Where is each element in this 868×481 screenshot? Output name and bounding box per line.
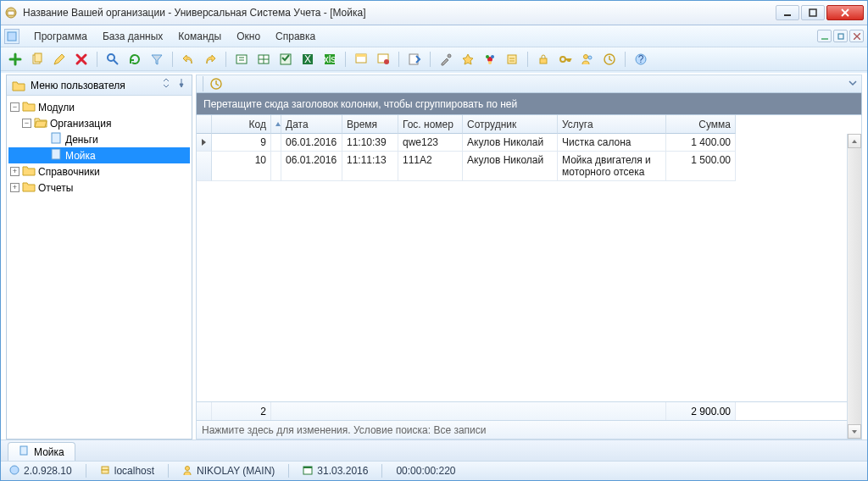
copy-icon[interactable]: [28, 50, 47, 69]
menubar: Программа База данных Команды Окно Справ…: [1, 25, 867, 47]
main-pane: Перетащите сюда заголовок колонки, чтобы…: [196, 75, 862, 440]
menu-commands[interactable]: Команды: [170, 28, 229, 45]
scroll-down-icon[interactable]: [848, 424, 861, 439]
export-1-icon[interactable]: [232, 50, 251, 69]
history-icon[interactable]: [600, 50, 619, 69]
cell-code[interactable]: 10: [212, 152, 271, 181]
col-plate[interactable]: Гос. номер: [398, 115, 463, 134]
toolbar: X xls ?: [1, 47, 867, 71]
users-icon[interactable]: [578, 50, 597, 69]
tools-3-icon[interactable]: [481, 50, 499, 69]
add-icon[interactable]: [6, 50, 25, 69]
maximize-button[interactable]: [801, 5, 825, 20]
mdi-restore-button[interactable]: [833, 30, 848, 42]
mdi-close-button[interactable]: [849, 30, 864, 42]
svg-point-35: [584, 54, 588, 58]
menu-program[interactable]: Программа: [26, 28, 95, 45]
window-2-icon[interactable]: [374, 50, 392, 69]
window-1-icon[interactable]: [352, 50, 370, 69]
tree-item-reports[interactable]: + Отчеты: [8, 180, 190, 196]
col-sum[interactable]: Сумма: [666, 115, 736, 134]
tree-item-modules[interactable]: − Модули: [8, 99, 190, 115]
scroll-up-icon[interactable]: [848, 134, 861, 148]
refresh-icon[interactable]: [125, 50, 144, 69]
app-menu-icon[interactable]: [4, 29, 19, 44]
col-date[interactable]: Дата: [281, 115, 342, 134]
sidebar: Меню пользователя − Модули − Организация: [6, 75, 192, 440]
cell-date[interactable]: 06.01.2016: [281, 152, 342, 181]
cell-service[interactable]: Чистка салона: [558, 134, 666, 152]
filter-icon[interactable]: [147, 50, 166, 69]
menu-window[interactable]: Окно: [229, 28, 268, 45]
cell-time[interactable]: 11:10:39: [342, 134, 398, 152]
group-by-box[interactable]: Перетащите сюда заголовок колонки, чтобы…: [196, 93, 862, 115]
tree-label: Модули: [38, 102, 75, 113]
edit-icon[interactable]: [50, 50, 69, 69]
help-icon[interactable]: ?: [632, 50, 650, 69]
svg-point-27: [448, 54, 451, 58]
delete-icon[interactable]: [72, 50, 91, 69]
clock-icon[interactable]: [209, 77, 223, 91]
menu-help[interactable]: Справка: [268, 28, 323, 45]
tab-wash[interactable]: Мойка: [8, 442, 75, 461]
sidebar-nav-icon[interactable]: [161, 78, 171, 88]
svg-rect-41: [52, 149, 60, 159]
menu-database[interactable]: База данных: [95, 28, 170, 45]
grid-toolbar: [196, 75, 862, 93]
export-excel-2-icon[interactable]: xls: [320, 50, 339, 69]
col-employee[interactable]: Сотрудник: [463, 115, 558, 134]
export-3-icon[interactable]: [276, 50, 295, 69]
search-icon[interactable]: [103, 50, 122, 69]
cell-plate[interactable]: qwe123: [398, 134, 463, 152]
tools-1-icon[interactable]: [437, 50, 455, 69]
cell-service[interactable]: Мойка двигателя и моторного отсека: [558, 152, 666, 181]
cell-spacer: [271, 152, 281, 181]
minimize-button[interactable]: [776, 5, 799, 20]
cell-plate[interactable]: 111A2: [398, 152, 463, 181]
col-time[interactable]: Время: [342, 115, 398, 134]
tools-4-icon[interactable]: [503, 50, 521, 69]
svg-point-47: [186, 466, 190, 470]
row-indicator[interactable]: [197, 134, 212, 152]
key-icon[interactable]: [556, 50, 575, 69]
cell-employee[interactable]: Акулов Николай: [463, 134, 558, 152]
row-indicator[interactable]: [197, 152, 212, 181]
chevron-down-icon[interactable]: [848, 78, 858, 91]
cell-date[interactable]: 06.01.2016: [281, 134, 342, 152]
sort-asc-icon: [275, 122, 281, 126]
statusbar: 2.0.928.10 localhost NIKOLAY (MAIN) 31.0…: [1, 461, 867, 480]
cell-time[interactable]: 11:11:13: [342, 152, 398, 181]
svg-rect-3: [810, 9, 816, 16]
current-row-icon: [202, 139, 206, 146]
mdi-minimize-button[interactable]: [817, 30, 832, 42]
filter-bar[interactable]: Нажмите здесь для изменения. Условие пои…: [197, 420, 861, 439]
vertical-scrollbar[interactable]: [847, 134, 861, 439]
pin-icon[interactable]: [176, 78, 186, 88]
close-view-icon[interactable]: [405, 50, 424, 69]
col-sort-indicator: [271, 115, 281, 134]
svg-rect-8: [838, 34, 843, 39]
redo-icon[interactable]: [201, 50, 220, 69]
status-version: 2.0.928.10: [6, 465, 75, 478]
close-button[interactable]: [826, 5, 864, 20]
undo-icon[interactable]: [179, 50, 198, 69]
col-code[interactable]: Код: [212, 115, 271, 134]
col-service[interactable]: Услуга: [558, 115, 666, 134]
server-icon: [100, 465, 110, 478]
lock-icon[interactable]: [534, 50, 553, 69]
svg-rect-40: [52, 133, 60, 143]
export-excel-icon[interactable]: X: [298, 50, 317, 69]
tree-item-directories[interactable]: + Справочники: [8, 163, 190, 180]
app-window: Название Вашей организации - Универсальн…: [0, 0, 868, 481]
page-icon: [49, 148, 63, 163]
tree-item-wash[interactable]: Мойка: [8, 147, 190, 163]
cell-employee[interactable]: Акулов Николай: [463, 152, 558, 181]
tree-item-money[interactable]: Деньги: [8, 131, 190, 147]
export-2-icon[interactable]: [254, 50, 273, 69]
svg-point-25: [384, 59, 389, 64]
cell-sum[interactable]: 1 400.00: [666, 134, 736, 152]
tools-2-icon[interactable]: [459, 50, 477, 69]
cell-code[interactable]: 9: [212, 134, 271, 152]
cell-sum[interactable]: 1 500.00: [666, 152, 736, 181]
tree-item-organization[interactable]: − Организация: [8, 115, 190, 131]
